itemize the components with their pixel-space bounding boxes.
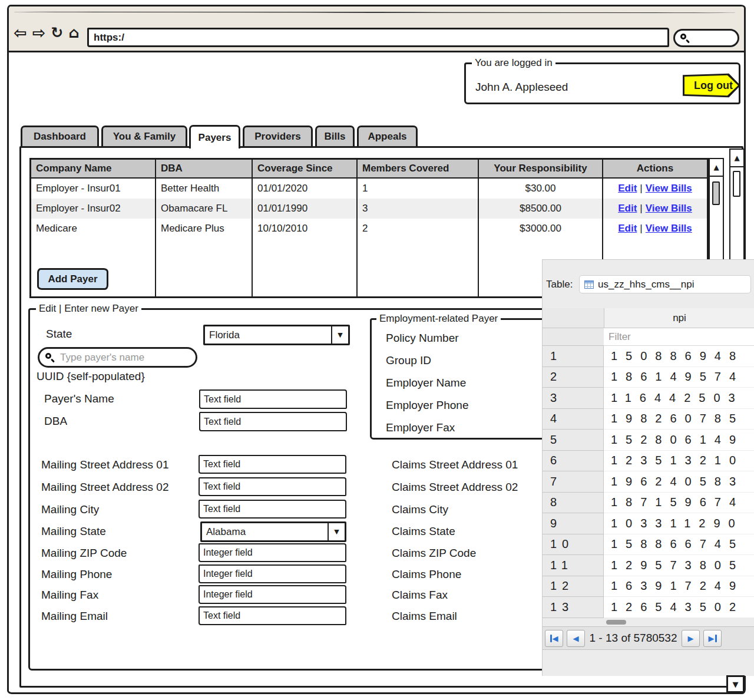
npi-row[interactable]: 13126543502 (543, 597, 754, 618)
add-payer-button[interactable]: Add Payer (37, 268, 108, 290)
state-label: State (46, 328, 72, 341)
npi-row[interactable]: 8187159674 (543, 493, 754, 514)
npi-value: 196240583 (604, 471, 754, 493)
browser-search-box[interactable] (673, 29, 739, 47)
mailing-street2-field[interactable]: Text field (199, 477, 346, 496)
npi-column-header[interactable]: npi (604, 308, 754, 328)
view-bills-link[interactable]: View Bills (646, 183, 692, 194)
tab-dashboard[interactable]: Dashboard (21, 126, 99, 148)
npi-row[interactable]: 5152806149 (543, 430, 754, 451)
tab-you-family[interactable]: You & Family (101, 126, 187, 148)
mailing-fax-label: Mailing Fax (41, 589, 198, 602)
edit-link[interactable]: Edit (618, 183, 637, 194)
npi-row[interactable]: 6123513210 (543, 451, 754, 472)
mailing-zip-label: Mailing ZIP Code (41, 547, 198, 560)
url-bar[interactable]: https:/ (87, 28, 669, 47)
mailing-city-field[interactable]: Text field (199, 500, 346, 519)
mailing-zip-field[interactable]: Integer field (199, 543, 346, 562)
npi-row[interactable]: 12163917249 (543, 576, 754, 597)
chevron-down-icon[interactable]: ▼ (328, 523, 345, 540)
session-box: You are logged in John A. Appleseed Log … (464, 62, 740, 104)
dba-field[interactable]: Text field (199, 412, 347, 431)
session-legend: You are logged in (472, 57, 555, 69)
table-scrollbar-thumb[interactable] (712, 181, 720, 205)
cell-members: 1 (358, 179, 479, 199)
edit-link[interactable]: Edit (618, 223, 637, 235)
next-page-button[interactable]: ▶ (682, 630, 700, 647)
table-row: Medicare Medicare Plus 10/10/2010 2 $300… (31, 219, 707, 239)
payer-search-input[interactable]: Type payer's name (38, 347, 197, 368)
npi-filter-input[interactable]: Filter (604, 328, 754, 346)
npi-row[interactable]: 10158866745 (543, 534, 754, 556)
scroll-down-icon[interactable]: ▼ (726, 675, 745, 693)
chevron-down-icon[interactable]: ▼ (331, 326, 348, 344)
employment-legend: Employment-related Payer (376, 313, 501, 325)
tab-appeals[interactable]: Appeals (357, 126, 418, 148)
npi-row[interactable]: 2186149574 (543, 367, 754, 388)
state-value: Florida (209, 329, 240, 341)
tab-label: You & Family (113, 131, 176, 143)
tab-providers[interactable]: Providers (243, 126, 313, 148)
tab-label: Dashboard (34, 131, 86, 143)
link-separator: | (640, 223, 642, 235)
cell-since: 01/01/1990 (253, 199, 358, 219)
cell-dba: Medicare Plus (156, 219, 253, 239)
table-name: us_zz_hhs_cms__npi (598, 279, 694, 290)
npi-row[interactable]: 7196240583 (543, 471, 754, 493)
prev-page-button[interactable]: ◀ (567, 630, 585, 647)
npi-row[interactable]: 11129573805 (543, 555, 754, 576)
mailing-email-field[interactable]: Text field (199, 606, 346, 625)
field-value: Text field (204, 394, 241, 405)
browser-nav: ⇦ ⇨ ↻ ⌂ (14, 22, 79, 43)
npi-row[interactable]: 9103311290 (543, 513, 754, 534)
npi-value: 150886948 (604, 346, 754, 367)
home-icon[interactable]: ⌂ (68, 25, 79, 40)
page: ⇦ ⇨ ↻ ⌂ https:/ You are logged in John A… (0, 0, 754, 700)
npi-table-panel: Table: us_zz_hhs_cms__npi npi Filter 115… (542, 259, 754, 676)
row-number: 10 (543, 534, 604, 556)
prev-icon: ◀ (553, 635, 558, 642)
first-page-button[interactable]: ◀ (545, 630, 563, 647)
scroll-up-icon[interactable]: ▲ (710, 159, 723, 177)
tab-payers[interactable]: Payers (189, 125, 240, 148)
page-scrollbar-thumb[interactable] (733, 171, 740, 197)
table-row: Employer - Insur02 Obamacare FL 01/01/19… (31, 199, 707, 219)
npi-value: 158866745 (604, 534, 754, 556)
horizontal-scrollbar-thumb[interactable] (606, 620, 626, 625)
logout-button[interactable]: Log out (683, 73, 740, 98)
search-icon (45, 352, 55, 362)
refresh-icon[interactable]: ↻ (51, 25, 63, 40)
col-members-covered: Members Covered (358, 160, 479, 179)
row-number: 13 (543, 597, 604, 618)
npi-value: 126543502 (604, 597, 754, 618)
row-number: 7 (543, 471, 604, 493)
prev-icon: ◀ (573, 635, 579, 642)
mailing-phone-field[interactable]: Integer field (199, 564, 346, 583)
table-name-field[interactable]: us_zz_hhs_cms__npi (579, 275, 751, 293)
last-page-button[interactable]: ▶ (703, 630, 722, 647)
mailing-street1-field[interactable]: Text field (199, 455, 346, 474)
last-page-bar-icon (715, 635, 717, 642)
mailing-city-label: Mailing City (41, 503, 198, 516)
cell-members: 2 (358, 219, 479, 239)
mailing-fax-field[interactable]: Integer field (199, 585, 346, 604)
forward-icon[interactable]: ⇨ (32, 25, 46, 41)
npi-row[interactable]: 4198260785 (543, 409, 754, 430)
row-number: 5 (543, 430, 604, 451)
tab-bills[interactable]: Bills (315, 126, 355, 148)
npi-row[interactable]: 1150886948 (543, 346, 754, 367)
npi-row[interactable]: 3116442503 (543, 388, 754, 409)
payers-name-field[interactable]: Text field (199, 389, 347, 409)
scroll-up-icon[interactable]: ▲ (730, 150, 743, 167)
back-icon[interactable]: ⇦ (14, 25, 27, 41)
cell-since: 10/10/2010 (253, 219, 358, 239)
view-bills-link[interactable]: View Bills (646, 203, 692, 214)
cell-members: 3 (358, 199, 479, 219)
state-select[interactable]: Florida ▼ (203, 325, 350, 345)
row-number: 2 (543, 367, 604, 388)
mailing-state-label: Mailing State (41, 525, 198, 538)
edit-link[interactable]: Edit (618, 203, 637, 214)
view-bills-link[interactable]: View Bills (646, 223, 692, 235)
npi-value: 129573805 (604, 555, 754, 576)
mailing-state-select[interactable]: Alabama ▼ (200, 521, 346, 542)
